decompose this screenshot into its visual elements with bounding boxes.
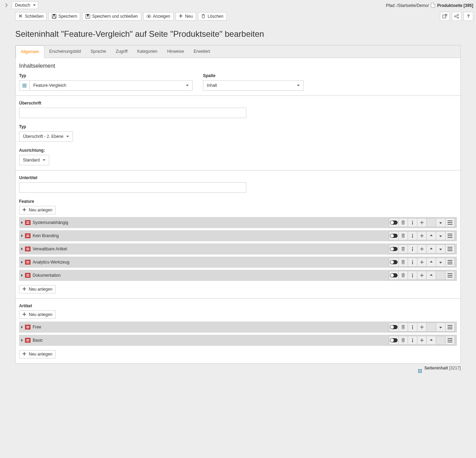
info-button[interactable] <box>408 218 417 227</box>
close-button[interactable]: Schließen <box>15 12 46 20</box>
add-record-button[interactable] <box>417 336 427 345</box>
drag-handle[interactable] <box>445 271 455 280</box>
article-new-bottom-button[interactable]: Neu anlegen <box>19 350 56 358</box>
move-down-button[interactable] <box>436 218 445 227</box>
new-button[interactable]: Neu <box>176 12 196 20</box>
feature-new-bottom-button[interactable]: Neu anlegen <box>19 285 56 293</box>
tab-extended[interactable]: Erweitert <box>189 45 215 58</box>
toggle-visibility-button[interactable] <box>389 231 399 240</box>
add-record-button[interactable] <box>417 323 427 332</box>
label-article: Artikel <box>19 303 457 308</box>
tab-appearance[interactable]: Erscheinungsbild <box>44 45 86 58</box>
toggle-visibility-button[interactable] <box>389 323 399 332</box>
save-icon <box>52 14 57 19</box>
delete-record-button[interactable] <box>398 244 408 253</box>
expand-icon[interactable] <box>21 234 23 237</box>
move-down-button[interactable] <box>436 244 445 253</box>
save-close-button[interactable]: Speichern und schließen <box>82 12 141 20</box>
delete-record-button[interactable] <box>398 258 408 267</box>
tab-categories[interactable]: Kategorien <box>133 45 162 58</box>
view-button[interactable]: Anzeigen <box>143 12 173 20</box>
add-record-button[interactable] <box>417 231 427 240</box>
delete-record-button[interactable] <box>398 336 408 345</box>
tab-general[interactable]: Allgemein <box>16 45 44 58</box>
share-button[interactable] <box>452 12 461 21</box>
tab-access[interactable]: Zugriff <box>111 45 133 58</box>
info-button[interactable] <box>408 231 417 240</box>
expand-icon[interactable] <box>21 326 23 328</box>
toggle-visibility-button[interactable] <box>389 218 399 227</box>
toggle-visibility-button[interactable] <box>389 336 399 345</box>
help-button[interactable]: ? <box>464 12 473 21</box>
drag-handle[interactable] <box>445 336 455 345</box>
expand-icon[interactable] <box>21 221 23 224</box>
svg-rect-14 <box>412 235 413 238</box>
info-button[interactable] <box>408 271 417 280</box>
feature-new-label: Neu anlegen <box>29 287 52 292</box>
move-up-button[interactable] <box>426 271 436 280</box>
drag-handle[interactable] <box>445 231 455 240</box>
column-value: Inhalt <box>203 81 303 90</box>
delete-record-button[interactable] <box>398 218 408 227</box>
label-feature: Feature <box>19 199 457 204</box>
headline-type-select[interactable]: Überschrift - 2. Ebene <box>19 131 73 142</box>
move-up-button[interactable] <box>426 231 436 240</box>
svg-rect-2 <box>53 17 56 18</box>
move-up-button[interactable] <box>426 244 436 253</box>
expand-icon[interactable] <box>21 274 23 277</box>
tab-language[interactable]: Sprache <box>86 45 111 58</box>
delete-record-button[interactable] <box>398 271 408 280</box>
open-new-window-button[interactable] <box>440 12 450 21</box>
move-down-button[interactable] <box>436 231 445 240</box>
info-button[interactable] <box>408 336 417 345</box>
article-new-top-button[interactable]: Neu anlegen <box>19 310 56 319</box>
page-id: [395] <box>464 3 473 8</box>
svg-point-11 <box>412 221 413 222</box>
add-record-button[interactable] <box>417 218 427 227</box>
section-title-content-element: Inhaltselement <box>19 63 457 69</box>
toggle-visibility-button[interactable] <box>389 244 399 253</box>
page-title: Seiteninhalt "Feature-Vergleich" auf Sei… <box>15 29 461 39</box>
content-type-select[interactable]: Feature-Vergleich <box>19 80 193 91</box>
svg-rect-7 <box>443 15 446 18</box>
info-button[interactable] <box>408 258 417 267</box>
info-button[interactable] <box>408 244 417 253</box>
expand-panel-button[interactable] <box>3 2 10 9</box>
expand-icon[interactable] <box>21 248 23 250</box>
subtitle-input[interactable] <box>19 182 246 193</box>
drag-handle[interactable] <box>445 244 455 253</box>
toggle-visibility-button[interactable] <box>389 258 399 267</box>
feature-new-top-button[interactable]: Neu anlegen <box>19 206 56 214</box>
drag-handle[interactable] <box>445 218 455 227</box>
record-icon <box>25 325 31 330</box>
expand-icon[interactable] <box>21 339 23 342</box>
toggle-icon <box>390 273 398 277</box>
move-up-button[interactable] <box>426 258 436 267</box>
svg-rect-12 <box>412 222 413 225</box>
add-record-button[interactable] <box>417 258 427 267</box>
add-record-button[interactable] <box>417 271 427 280</box>
info-button[interactable] <box>408 323 417 332</box>
article-list: FreeBasic <box>19 322 457 346</box>
toggle-visibility-button[interactable] <box>389 271 399 280</box>
delete-record-button[interactable] <box>398 231 408 240</box>
save-button[interactable]: Speichern <box>49 12 80 20</box>
drag-handle[interactable] <box>445 323 455 332</box>
delete-record-button[interactable] <box>398 323 408 332</box>
path-text: /Startseite/Demo/ <box>397 3 429 8</box>
move-down-button[interactable] <box>436 323 445 332</box>
tab-notes[interactable]: Hinweise <box>162 45 189 58</box>
drag-handle[interactable] <box>445 258 455 267</box>
language-select[interactable]: Deutsch <box>12 1 38 9</box>
move-up-button[interactable] <box>426 336 436 345</box>
column-select[interactable]: Inhalt <box>203 80 304 91</box>
svg-rect-24 <box>412 340 413 342</box>
headline-input[interactable] <box>19 108 246 118</box>
svg-point-15 <box>412 247 413 248</box>
delete-button[interactable]: Löschen <box>198 12 227 20</box>
move-down-button[interactable] <box>436 258 445 267</box>
svg-point-17 <box>412 260 413 261</box>
alignment-select[interactable]: Standard <box>19 155 49 165</box>
expand-icon[interactable] <box>21 261 23 264</box>
add-record-button[interactable] <box>417 244 427 253</box>
